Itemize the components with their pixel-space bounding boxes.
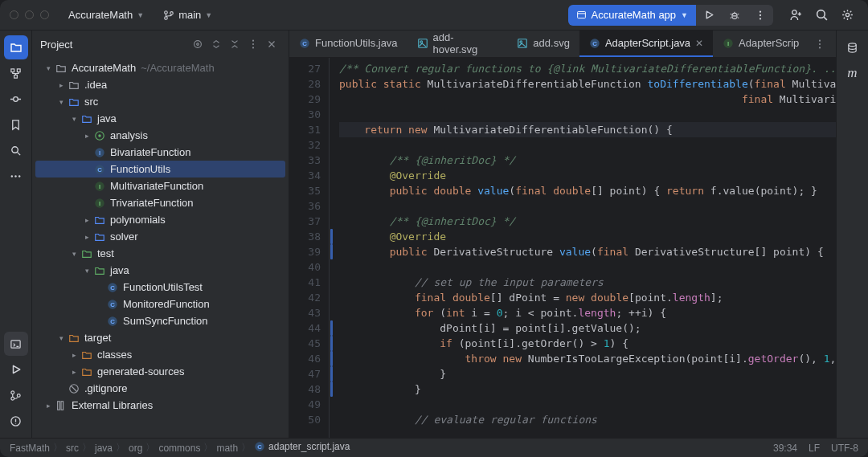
- tree-item[interactable]: ITrivariateFunction: [35, 194, 285, 211]
- editor-tab[interactable]: CFunctionUtils.java: [289, 31, 407, 57]
- code-line[interactable]: }: [339, 382, 836, 397]
- line-number[interactable]: 38: [289, 229, 321, 244]
- code-line[interactable]: for (int i = 0; i < point.length; ++i) {: [339, 305, 836, 320]
- tree-item[interactable]: ▸polynomials: [35, 211, 285, 228]
- close-tab-button[interactable]: ✕: [695, 38, 703, 49]
- select-opened-file-button[interactable]: [189, 35, 207, 53]
- expand-arrow-icon[interactable]: ▸: [68, 351, 80, 359]
- line-number[interactable]: 43: [289, 305, 321, 320]
- line-number[interactable]: 35: [289, 183, 321, 198]
- tree-item[interactable]: ▾test: [35, 245, 285, 262]
- line-number[interactable]: 31: [289, 122, 321, 137]
- breadcrumb-item[interactable]: src: [66, 443, 79, 454]
- line-number[interactable]: 45: [289, 336, 321, 351]
- line-number[interactable]: 41: [289, 275, 321, 290]
- line-number[interactable]: 40: [289, 259, 321, 275]
- tree-item[interactable]: ▸solver: [35, 228, 285, 245]
- code-line[interactable]: // evaluate regular functions: [339, 412, 836, 427]
- hide-pane-button[interactable]: [263, 35, 280, 53]
- run-button[interactable]: [696, 5, 722, 26]
- code-line[interactable]: if (point[i].getOrder() > 1) {: [339, 336, 836, 351]
- line-number[interactable]: 34: [289, 168, 321, 183]
- tabs-options-button[interactable]: [809, 33, 831, 55]
- tree-item[interactable]: ▾java: [35, 110, 285, 127]
- tree-item[interactable]: IMultivariateFunction: [35, 177, 285, 194]
- tree-item[interactable]: ▸classes: [35, 346, 285, 363]
- code-line[interactable]: /** Convert regular functions to {@link …: [339, 61, 836, 76]
- code-line[interactable]: final double[] dPoint = new double[point…: [339, 290, 836, 305]
- line-number[interactable]: 33: [289, 153, 321, 168]
- breadcrumb[interactable]: FastMath〉src〉java〉org〉commons〉math〉C ada…: [10, 441, 350, 455]
- commit-tool[interactable]: [4, 87, 28, 111]
- tree-item[interactable]: ▸.idea: [35, 76, 285, 93]
- code-line[interactable]: // set up the input parameters: [339, 275, 836, 290]
- editor-tab[interactable]: add.svg: [507, 31, 579, 57]
- editor-tab[interactable]: add-hover.svg: [407, 31, 508, 57]
- run-config-selector[interactable]: AccurateMath app ▼: [568, 5, 696, 26]
- bookmarks-tool[interactable]: [4, 112, 28, 137]
- line-number[interactable]: 46: [289, 351, 321, 366]
- tree-item[interactable]: CFunctionUtilsTest: [35, 279, 285, 296]
- line-number[interactable]: 37: [289, 214, 321, 229]
- line-number[interactable]: 39: [289, 244, 321, 259]
- code-line[interactable]: @Override: [339, 229, 836, 244]
- code-line[interactable]: }: [339, 366, 836, 382]
- tree-item[interactable]: IBivariateFunction: [35, 144, 285, 161]
- expand-arrow-icon[interactable]: ▸: [42, 402, 55, 410]
- branch-selector[interactable]: main ▼: [157, 6, 219, 23]
- code-line[interactable]: @Override: [339, 168, 836, 183]
- tree-item[interactable]: ▾AccurateMath~/AccurateMath: [35, 59, 285, 76]
- project-selector[interactable]: AccurateMath ▼: [62, 6, 150, 23]
- project-tool[interactable]: [4, 35, 28, 59]
- project-tree[interactable]: ▾AccurateMath~/AccurateMath▸.idea▾src▾ja…: [32, 58, 289, 438]
- code-line[interactable]: public static MultivariateDifferentiable…: [339, 76, 836, 92]
- expand-arrow-icon[interactable]: ▸: [80, 132, 93, 140]
- line-number[interactable]: 48: [289, 382, 321, 397]
- code-line[interactable]: return new MultivariateDifferentiableFun…: [339, 122, 836, 137]
- tree-item[interactable]: CFunctionUtils: [35, 161, 285, 177]
- debug-button[interactable]: [722, 5, 747, 26]
- tree-item[interactable]: ▸analysis: [35, 127, 285, 144]
- structure-tool[interactable]: [4, 61, 28, 85]
- code-editor[interactable]: 2728293031323334353637383940414243444546…: [289, 58, 836, 438]
- line-number[interactable]: 30: [289, 107, 321, 122]
- line-number[interactable]: 49: [289, 397, 321, 412]
- editor-tab[interactable]: IAdapterScrip: [713, 31, 809, 57]
- tree-item[interactable]: CSumSyncFunction: [35, 312, 285, 329]
- code-line[interactable]: [339, 107, 836, 122]
- expand-arrow-icon[interactable]: ▾: [42, 64, 55, 72]
- expand-arrow-icon[interactable]: ▾: [55, 98, 68, 106]
- code-line[interactable]: final MultivariateVector: [339, 92, 836, 107]
- line-number[interactable]: 36: [289, 198, 321, 214]
- expand-arrow-icon[interactable]: ▾: [55, 334, 68, 342]
- problems-tool[interactable]: [4, 409, 28, 433]
- expand-arrow-icon[interactable]: ▾: [68, 115, 80, 123]
- line-number[interactable]: 47: [289, 366, 321, 382]
- git-tool[interactable]: [4, 383, 28, 407]
- code-line[interactable]: public double value(final double[] point…: [339, 183, 836, 198]
- tree-item[interactable]: ▾src: [35, 93, 285, 110]
- breadcrumb-item[interactable]: C adapter_script.java: [254, 441, 350, 455]
- breadcrumb-item[interactable]: java: [95, 443, 113, 454]
- more-tool[interactable]: [4, 164, 28, 188]
- breadcrumb-item[interactable]: math: [216, 443, 238, 454]
- line-number[interactable]: 27: [289, 61, 321, 76]
- line-number[interactable]: 42: [289, 290, 321, 305]
- line-number[interactable]: 32: [289, 137, 321, 153]
- line-separator[interactable]: LF: [809, 443, 820, 454]
- expand-arrow-icon[interactable]: ▾: [68, 250, 80, 258]
- maven-tool[interactable]: m: [841, 61, 865, 85]
- breadcrumb-item[interactable]: org: [129, 443, 142, 454]
- editor-tab[interactable]: CAdapterScript.java✕: [579, 31, 713, 57]
- code-content[interactable]: /** Convert regular functions to {@link …: [334, 58, 836, 438]
- line-number[interactable]: 28: [289, 76, 321, 92]
- pane-options-button[interactable]: [244, 35, 262, 53]
- code-line[interactable]: /** {@inheritDoc} */: [339, 214, 836, 229]
- run-tool[interactable]: [4, 357, 28, 382]
- window-controls[interactable]: [10, 10, 49, 19]
- find-tool[interactable]: [4, 138, 28, 162]
- line-number[interactable]: 29: [289, 92, 321, 107]
- code-line[interactable]: throw new NumberIsTooLargeException(poin…: [339, 351, 836, 366]
- expand-all-button[interactable]: [207, 35, 225, 53]
- file-encoding[interactable]: UTF-8: [831, 443, 858, 454]
